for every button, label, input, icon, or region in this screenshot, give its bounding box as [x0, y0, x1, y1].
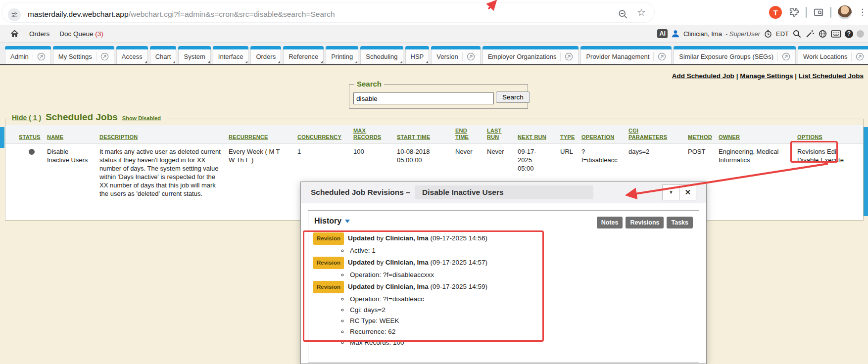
- tab-orders[interactable]: Orders: [250, 46, 281, 64]
- tab-accent-bar: [580, 46, 672, 49]
- tab-chart[interactable]: Chart: [150, 46, 177, 64]
- column-header-method[interactable]: METHOD: [688, 134, 719, 140]
- external-link-icon: [782, 52, 790, 61]
- dropdown-corner-icon: [320, 61, 323, 63]
- modal-button-tasks[interactable]: Tasks: [667, 217, 693, 228]
- revision-badge: Revision: [313, 232, 344, 245]
- nav-orders[interactable]: Orders: [29, 30, 49, 38]
- tab-accent-bar: [213, 46, 249, 49]
- hide-link[interactable]: Hide ( 1 ): [12, 114, 41, 122]
- cell-description: It marks any active user as deleted curr…: [99, 147, 229, 198]
- column-header-status[interactable]: STATUS: [19, 134, 47, 140]
- browser-profile-avatar[interactable]: [838, 5, 852, 19]
- home-icon[interactable]: [10, 29, 19, 39]
- search-input[interactable]: [353, 92, 494, 104]
- page-link-list-scheduled-jobs[interactable]: List Scheduled Jobs: [799, 72, 864, 80]
- modal-button-notes[interactable]: Notes: [597, 217, 623, 228]
- browser-menu-icon[interactable]: ⋮: [858, 11, 863, 14]
- revision-entry: RevisionUpdated by Clinician, Ima (09-17…: [313, 232, 699, 245]
- doc-queue-label: Doc Queue: [59, 30, 93, 38]
- tab-scheduling[interactable]: Scheduling: [360, 46, 403, 64]
- tab-similar-exposure-groups-segs[interactable]: Similar Exposure Groups (SEGs): [674, 46, 796, 64]
- tab-label: Chart: [155, 53, 171, 60]
- column-header-max-records[interactable]: MAX RECORDS: [353, 128, 397, 140]
- keyboard-icon[interactable]: [831, 30, 841, 38]
- tab-label: Access: [122, 53, 143, 60]
- tab-interface[interactable]: Interface: [213, 46, 249, 64]
- cell-name: Disable Inactive Users: [47, 147, 99, 198]
- tab-accent-bar: [326, 46, 358, 49]
- column-header-type[interactable]: TYPE: [560, 134, 581, 140]
- tab-admin[interactable]: Admin: [5, 46, 51, 64]
- option-link-execute[interactable]: Execute: [820, 156, 844, 164]
- tab-divider: [33, 52, 33, 61]
- url-bar[interactable]: masterdaily.dev.webchart.app/webchart.cg…: [2, 2, 654, 22]
- column-header-operation[interactable]: OPERATION: [581, 134, 628, 140]
- tab-body: Access: [116, 49, 148, 64]
- ai-badge[interactable]: AI: [657, 29, 668, 38]
- column-header-owner[interactable]: OWNER: [719, 134, 797, 140]
- jobs-title: Scheduled Jobs: [46, 112, 118, 123]
- extension-t-icon[interactable]: T: [769, 6, 782, 19]
- search-panel: Search Search: [349, 84, 528, 109]
- tab-label: Work Locations: [803, 53, 847, 60]
- column-header-next-run[interactable]: NEXT RUN: [518, 134, 560, 140]
- tab-hsp[interactable]: HSP: [405, 46, 430, 64]
- tab-access[interactable]: Access: [116, 46, 148, 64]
- option-link-disable[interactable]: Disable: [797, 156, 819, 164]
- zoom-out-icon[interactable]: [618, 9, 628, 22]
- external-link-icon: [37, 52, 46, 61]
- tab-system[interactable]: System: [178, 46, 210, 64]
- tab-employer-organizations[interactable]: Employer Organizations: [482, 46, 579, 64]
- tab-work-locations[interactable]: Work Locations: [798, 46, 868, 64]
- page-link-add-scheduled-job[interactable]: Add Scheduled Job: [672, 72, 734, 80]
- column-header-options[interactable]: OPTIONS: [797, 134, 859, 140]
- extensions-puzzle-icon[interactable]: [788, 7, 799, 18]
- modal-close-button[interactable]: ✕: [680, 185, 696, 200]
- option-link-edit[interactable]: Edit: [827, 148, 838, 155]
- revision-details: Operation: ?f=disableaccCgi: days=2RC Ty…: [313, 294, 699, 348]
- dropdown-corner-icon: [426, 61, 428, 63]
- tab-accent-bar: [5, 46, 51, 49]
- column-header-cgi-parameters[interactable]: CGI PARAMETERS: [628, 128, 688, 140]
- tab-body: Admin: [5, 49, 51, 64]
- tab-reference[interactable]: Reference: [283, 46, 324, 64]
- column-header-name[interactable]: NAME: [47, 134, 99, 140]
- show-disabled-link[interactable]: Show Disabled: [122, 115, 161, 121]
- tab-body: Version: [431, 49, 480, 64]
- tab-printing[interactable]: Printing: [326, 46, 358, 64]
- external-link-icon: [467, 52, 475, 61]
- column-header-concurrency[interactable]: CONCURRENCY: [297, 134, 353, 140]
- modal-titlebar[interactable]: Scheduled Job Revisions – Disable Inacti…: [301, 182, 706, 203]
- history-caret-icon: [345, 220, 350, 223]
- search-button[interactable]: Search: [496, 91, 530, 103]
- column-header-end-time[interactable]: END TIME: [455, 128, 487, 140]
- option-link-revisions[interactable]: Revisions: [797, 148, 825, 155]
- tab-my-settings[interactable]: My Settings: [53, 46, 114, 64]
- side-panel-search-icon[interactable]: [813, 7, 824, 18]
- revision-detail: RC Type: WEEK: [349, 316, 699, 326]
- column-header-start-time[interactable]: START TIME: [397, 134, 455, 140]
- help-icon[interactable]: ?: [845, 30, 853, 38]
- globe-icon[interactable]: [818, 29, 827, 39]
- modal-button-revisions[interactable]: Revisions: [626, 217, 664, 228]
- revision-entry: RevisionUpdated by Clinician, Ima (09-17…: [313, 257, 699, 269]
- tab-provider-management[interactable]: Provider Management: [580, 46, 672, 64]
- history-dropdown[interactable]: History: [314, 217, 350, 226]
- tune-icon: [10, 11, 18, 19]
- bookmark-star-icon[interactable]: ☆: [637, 7, 646, 17]
- modal-collapse-button[interactable]: ▼: [663, 185, 680, 200]
- tab-version[interactable]: Version: [431, 46, 480, 64]
- site-settings-icon[interactable]: [8, 8, 21, 21]
- nav-doc-queue[interactable]: Doc Queue (3): [59, 30, 103, 38]
- search-icon[interactable]: [792, 29, 802, 39]
- page-link-manage-settings[interactable]: Manage Settings: [740, 72, 793, 80]
- wand-icon[interactable]: [805, 29, 815, 39]
- tab-accent-bar: [360, 46, 403, 49]
- column-header-last-run[interactable]: LAST RUN: [487, 128, 518, 140]
- revisions-modal: Scheduled Job Revisions – Disable Inacti…: [300, 182, 707, 364]
- column-header-recurrence[interactable]: RECURRENCE: [229, 134, 297, 140]
- column-header-description[interactable]: DESCRIPTION: [99, 134, 229, 140]
- tab-divider: [96, 52, 96, 61]
- right-highlight-strip: [864, 127, 868, 216]
